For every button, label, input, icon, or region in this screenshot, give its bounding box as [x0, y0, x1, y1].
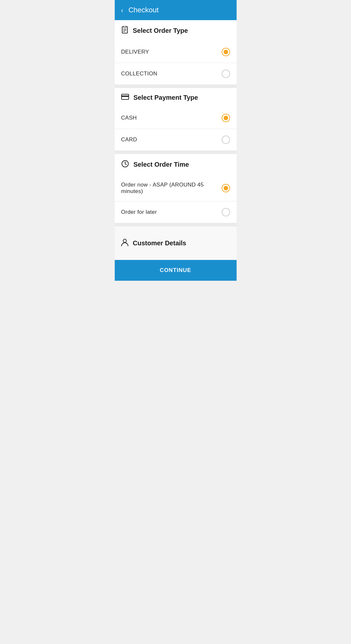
- collection-label: COLLECTION: [121, 71, 158, 77]
- svg-line-9: [125, 164, 126, 165]
- header: ‹ Checkout: [115, 0, 237, 20]
- divider-1: [115, 85, 237, 88]
- order-later-radio[interactable]: [222, 208, 230, 216]
- payment-type-icon: [121, 94, 129, 101]
- delivery-radio[interactable]: [222, 48, 230, 56]
- order-type-icon: [121, 26, 128, 35]
- back-button[interactable]: ‹: [121, 7, 124, 13]
- payment-type-title: Select Payment Type: [134, 94, 198, 101]
- card-option[interactable]: CARD: [115, 129, 237, 151]
- order-type-section-header: Select Order Type: [115, 20, 237, 41]
- order-time-icon: [121, 160, 129, 169]
- order-now-label: Order now - ASAP (AROUND 45 minutes): [121, 182, 222, 195]
- customer-icon: [121, 238, 128, 248]
- order-later-label: Order for later: [121, 209, 157, 215]
- order-type-title: Select Order Type: [133, 27, 188, 34]
- collection-radio[interactable]: [222, 70, 230, 78]
- order-now-radio[interactable]: [222, 184, 230, 192]
- card-label: CARD: [121, 136, 137, 143]
- cash-radio[interactable]: [222, 114, 230, 122]
- delivery-label: DELIVERY: [121, 49, 149, 55]
- divider-3: [115, 223, 237, 226]
- cash-option[interactable]: CASH: [115, 107, 237, 129]
- svg-rect-0: [122, 27, 127, 33]
- svg-rect-6: [122, 96, 129, 97]
- delivery-option[interactable]: DELIVERY: [115, 41, 237, 63]
- cash-label: CASH: [121, 115, 137, 121]
- card-radio[interactable]: [222, 135, 230, 144]
- order-later-option[interactable]: Order for later: [115, 201, 237, 223]
- collection-option[interactable]: COLLECTION: [115, 63, 237, 85]
- svg-rect-1: [124, 26, 126, 27]
- order-time-title: Select Order Time: [134, 161, 189, 168]
- continue-button[interactable]: CONTINUE: [115, 260, 237, 281]
- divider-2: [115, 151, 237, 154]
- order-now-option[interactable]: Order now - ASAP (AROUND 45 minutes): [115, 175, 237, 201]
- app-container: ‹ Checkout Select Order Type DELIVERY CO…: [115, 0, 237, 281]
- customer-details-section: Customer Details: [115, 226, 237, 260]
- order-time-section-header: Select Order Time: [115, 154, 237, 175]
- payment-type-section-header: Select Payment Type: [115, 88, 237, 107]
- customer-details-title: Customer Details: [133, 239, 187, 247]
- svg-point-10: [123, 239, 126, 242]
- page-title: Checkout: [128, 6, 159, 14]
